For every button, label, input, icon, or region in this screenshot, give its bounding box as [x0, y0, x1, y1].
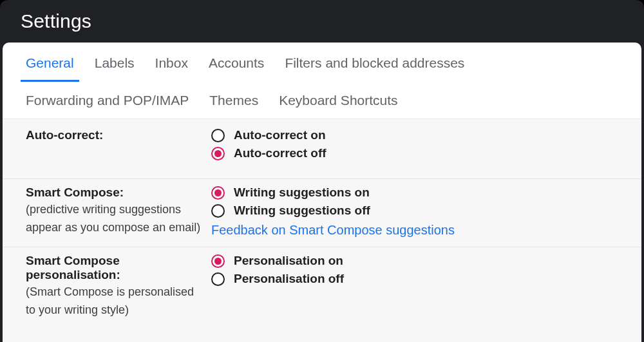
tab-general[interactable]: General — [24, 54, 75, 81]
radio-autocorrect-on[interactable] — [211, 129, 225, 142]
personalisation-off-row: Personalisation off — [211, 272, 618, 286]
smart-compose-on-label: Writing suggestions on — [234, 185, 370, 200]
radio-autocorrect-off[interactable] — [211, 147, 225, 160]
personalisation-on-row: Personalisation on — [211, 254, 618, 268]
personalisation-off-label: Personalisation off — [234, 272, 344, 286]
setting-options-col: Auto-correct on Auto-correct off — [211, 128, 618, 164]
setting-row-autocorrect: Auto-correct: Auto-correct on Auto-corre… — [3, 119, 641, 179]
setting-label-col: Auto-correct: — [26, 128, 211, 142]
tab-inbox[interactable]: Inbox — [154, 54, 189, 81]
tab-forwarding[interactable]: Forwarding and POP/IMAP — [24, 91, 190, 119]
tab-themes[interactable]: Themes — [208, 91, 260, 119]
tab-keyboard-shortcuts[interactable]: Keyboard Shortcuts — [278, 91, 399, 119]
radio-smart-compose-off[interactable] — [211, 204, 225, 218]
content-panel: General Labels Inbox Accounts Filters an… — [3, 43, 641, 342]
tabs-bar: General Labels Inbox Accounts Filters an… — [3, 43, 641, 119]
smart-compose-on-row: Writing suggestions on — [211, 185, 618, 200]
settings-body[interactable]: Auto-correct: Auto-correct on Auto-corre… — [3, 119, 641, 342]
smart-compose-feedback-link[interactable]: Feedback on Smart Compose suggestions — [211, 223, 455, 238]
setting-options-col: Writing suggestions on Writing suggestio… — [211, 185, 618, 238]
settings-header: Settings — [3, 3, 641, 43]
tab-labels[interactable]: Labels — [93, 54, 136, 81]
personalisation-on-label: Personalisation on — [234, 254, 343, 268]
smart-compose-sublabel: (predictive writing suggestions appear a… — [26, 201, 204, 237]
autocorrect-on-row: Auto-correct on — [211, 128, 618, 142]
setting-row-smart-compose: Smart Compose: (predictive writing sugge… — [3, 179, 641, 247]
smart-compose-off-row: Writing suggestions off — [211, 204, 618, 218]
autocorrect-label: Auto-correct: — [26, 128, 204, 142]
smart-compose-personal-sublabel: (Smart Compose is personalised to your w… — [26, 283, 204, 319]
page-title: Settings — [21, 10, 623, 32]
radio-smart-compose-on[interactable] — [211, 186, 225, 200]
smart-compose-personal-label: Smart Compose personalisation: — [26, 254, 204, 282]
setting-options-col: Personalisation on Personalisation off — [211, 254, 618, 290]
tab-accounts[interactable]: Accounts — [207, 54, 265, 81]
tab-filters[interactable]: Filters and blocked addresses — [283, 54, 466, 81]
autocorrect-off-row: Auto-correct off — [211, 146, 618, 160]
setting-label-col: Smart Compose: (predictive writing sugge… — [26, 185, 211, 237]
autocorrect-off-label: Auto-correct off — [234, 146, 327, 160]
setting-row-smart-compose-personalisation: Smart Compose personalisation: (Smart Co… — [3, 247, 641, 342]
smart-compose-off-label: Writing suggestions off — [234, 204, 370, 218]
settings-window: Settings General Labels Inbox Accounts F… — [0, 0, 644, 342]
setting-label-col: Smart Compose personalisation: (Smart Co… — [26, 254, 211, 319]
autocorrect-on-label: Auto-correct on — [234, 128, 326, 142]
smart-compose-label: Smart Compose: — [26, 185, 204, 200]
radio-personalisation-off[interactable] — [211, 272, 225, 286]
radio-personalisation-on[interactable] — [211, 254, 225, 268]
